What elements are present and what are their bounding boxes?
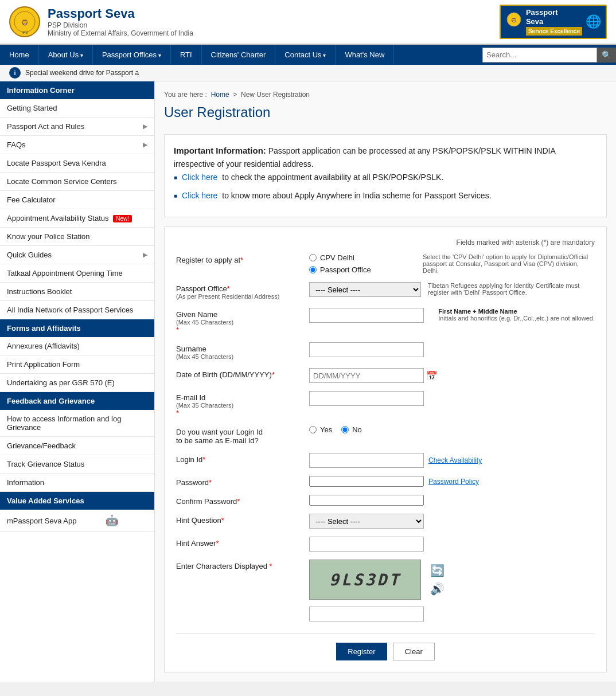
sidebar-item-all-india-network[interactable]: All India Network of Passport Services — [0, 301, 154, 319]
ticker-text: Special weekend drive for Passport a — [25, 69, 139, 77]
info-bold-prefix: Important Information: — [174, 146, 266, 155]
sidebar-item-quick-guides[interactable]: Quick Guides ▶ — [0, 246, 154, 264]
calendar-icon[interactable]: 📅 — [426, 370, 438, 381]
register-at-radio-group: CPV Delhi Passport Office — [309, 253, 416, 274]
hint-answer-input[interactable] — [309, 537, 424, 552]
email-input-group — [309, 391, 595, 406]
sidebar-section-information-corner: Information Corner — [0, 81, 154, 99]
sidebar-section-value-added: Value Added Services — [0, 492, 154, 510]
register-at-input-group: CPV Delhi Passport Office — [309, 253, 416, 274]
register-at-label: Register to apply at* — [176, 253, 302, 264]
sidebar-item-track-grievance[interactable]: Track Grievance Status — [0, 455, 154, 474]
given-name-input[interactable] — [309, 308, 424, 323]
sidebar-item-appointment-status[interactable]: Appointment Availability Status New! — [0, 209, 154, 228]
brand-emblem-icon: 🦁 — [505, 12, 523, 32]
sidebar-item-grievance-feedback[interactable]: Grievance/Feedback — [0, 437, 154, 455]
info-link-item-2: Click here to know more about Apply Anyw… — [174, 189, 597, 202]
sidebar-item-passport-act[interactable]: Passport Act and Rules ▶ — [0, 118, 154, 136]
nav-about-us[interactable]: About Us — [39, 45, 93, 65]
hint-question-input-group: ---- Select ---- — [309, 514, 595, 529]
register-button[interactable]: Register — [336, 643, 387, 660]
sidebar-item-print-form[interactable]: Print Application Form — [0, 355, 154, 374]
captcha-input-group: 9LS3DT 🔄 🔊 — [309, 560, 595, 621]
sidebar-item-undertaking[interactable]: Undertaking as per GSR 570 (E) — [0, 374, 154, 392]
confirm-password-label: Confirm Password* — [176, 495, 302, 506]
nav-home[interactable]: Home — [0, 45, 39, 65]
radio-yes-label: Yes — [320, 425, 332, 434]
click-here-link-1[interactable]: Click here — [182, 171, 217, 183]
main-nav: Home About Us Passport Offices RTI Citiz… — [0, 45, 616, 65]
sidebar-item-annexures[interactable]: Annexures (Affidavits) — [0, 337, 154, 355]
clear-button[interactable]: Clear — [393, 643, 435, 660]
info-link-text-1: to check the appointment availability at… — [222, 171, 443, 183]
sidebar: Information Corner Getting Started Passp… — [0, 81, 155, 682]
radio-cpv-delhi-label: CPV Delhi — [320, 253, 354, 262]
captcha-input[interactable] — [309, 607, 424, 621]
search-bar: 🔍 — [482, 48, 616, 62]
radio-no-label: No — [352, 425, 362, 434]
radio-cpv-delhi-input[interactable] — [309, 254, 317, 261]
login-id-input[interactable] — [309, 453, 424, 468]
mpassport-label: mPassport Seva App — [7, 517, 76, 525]
password-input-group: Password Policy — [309, 476, 595, 487]
sidebar-item-locate-csc[interactable]: Locate Common Service Centers — [0, 173, 154, 191]
sidebar-item-fee-calculator[interactable]: Fee Calculator — [0, 191, 154, 209]
breadcrumb-home[interactable]: Home — [211, 91, 229, 99]
form-row-register-at: Register to apply at* CPV Delhi Passport… — [176, 253, 595, 274]
login-same-email-input-group: Yes No — [309, 425, 595, 434]
registration-form: Fields marked with asterisk (*) are mand… — [164, 226, 607, 672]
sidebar-item-faqs[interactable]: FAQs ▶ — [0, 136, 154, 154]
sidebar-item-information[interactable]: Information — [0, 474, 154, 492]
form-row-given-name: Given Name(Max 45 Characters)* First Nam… — [176, 308, 595, 334]
confirm-password-input-group — [309, 495, 595, 506]
content-area: You are here : Home > New User Registrat… — [155, 81, 616, 682]
password-policy-link[interactable]: Password Policy — [428, 478, 479, 486]
sidebar-item-instructions[interactable]: Instructions Booklet — [0, 283, 154, 301]
form-row-dob: Date of Birth (DD/MM/YYYY)* 📅 — [176, 368, 595, 383]
sidebar-item-getting-started[interactable]: Getting Started — [0, 99, 154, 118]
form-row-password: Password* Password Policy — [176, 476, 595, 487]
password-label: Password* — [176, 476, 302, 487]
ticker-icon: i — [9, 67, 21, 79]
site-subtitle1: PSP Division — [48, 21, 500, 29]
check-availability-link[interactable]: Check Availability — [428, 456, 482, 464]
form-row-captcha: Enter Characters Displayed * 9LS3DT 🔄 🔊 — [176, 560, 595, 621]
captcha-audio-icon[interactable]: 🔊 — [430, 582, 445, 596]
radio-no-input[interactable] — [341, 426, 349, 433]
form-row-email: E-mail Id (Max 35 Characters)* — [176, 391, 595, 417]
search-button[interactable]: 🔍 — [597, 48, 616, 62]
sidebar-item-mpassport[interactable]: mPassport Seva App 🤖 — [0, 510, 154, 532]
nav-whats-new[interactable]: What's New — [336, 45, 394, 65]
nav-rti[interactable]: RTI — [171, 45, 202, 65]
captcha-refresh-icon[interactable]: 🔄 — [430, 564, 445, 577]
government-emblem: 🦁 भारत — [9, 6, 41, 38]
surname-input[interactable] — [309, 342, 424, 357]
email-input[interactable] — [309, 391, 424, 406]
form-row-login-same-email: Do you want your Login Idto be same as E… — [176, 425, 595, 445]
given-name-hint: First Name + Middle Name Initials and ho… — [438, 308, 595, 322]
brand-tagline: Service Excellence — [526, 27, 582, 36]
svg-text:भारत: भारत — [22, 31, 28, 34]
sidebar-item-locate-psk[interactable]: Locate Passport Seva Kendra — [0, 154, 154, 173]
nav-citizens-charter[interactable]: Citizens' Charter — [202, 45, 276, 65]
click-here-link-2[interactable]: Click here — [182, 189, 217, 202]
confirm-password-input[interactable] — [309, 495, 424, 506]
passport-office-select[interactable]: ---- Select ---- — [309, 282, 421, 297]
sidebar-item-tatkaal[interactable]: Tatkaal Appointment Opening Time — [0, 264, 154, 283]
form-buttons: Register Clear — [176, 633, 595, 660]
search-input[interactable] — [482, 48, 597, 62]
info-text: Important Information: Passport applicat… — [174, 144, 597, 170]
nav-contact-us[interactable]: Contact Us — [275, 45, 336, 65]
login-same-email-label: Do you want your Login Idto be same as E… — [176, 425, 302, 445]
radio-passport-office-input[interactable] — [309, 266, 317, 273]
hint-question-select[interactable]: ---- Select ---- — [309, 514, 424, 529]
dob-label: Date of Birth (DD/MM/YYYY)* — [176, 368, 302, 379]
given-name-label: Given Name(Max 45 Characters)* — [176, 308, 302, 334]
password-input[interactable] — [309, 476, 424, 487]
sidebar-item-how-to-access[interactable]: How to access Information and log Grieva… — [0, 410, 154, 437]
mandatory-note: Fields marked with asterisk (*) are mand… — [176, 238, 595, 247]
dob-input[interactable] — [309, 368, 424, 383]
nav-passport-offices[interactable]: Passport Offices — [93, 45, 171, 65]
sidebar-item-police-station[interactable]: Know your Police Station — [0, 228, 154, 246]
radio-yes-input[interactable] — [309, 426, 317, 433]
